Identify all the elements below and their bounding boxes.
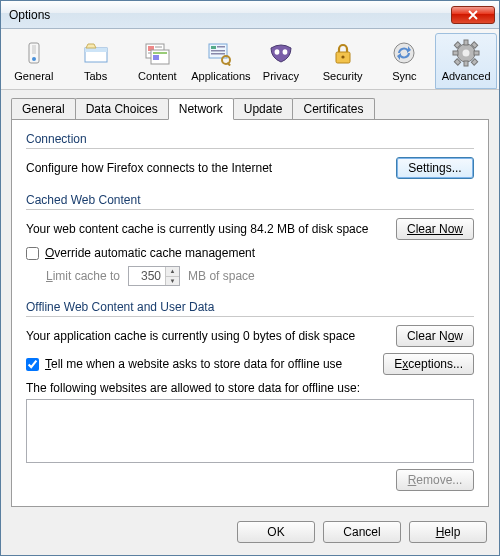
- tab-update[interactable]: Update: [233, 98, 294, 119]
- mask-icon: [265, 38, 297, 68]
- spin-up-icon[interactable]: ▲: [166, 267, 179, 277]
- content-area: General Data Choices Network Update Cert…: [1, 90, 499, 511]
- toolbar-general[interactable]: General: [3, 33, 65, 89]
- close-button[interactable]: [451, 6, 495, 24]
- spin-down-icon[interactable]: ▼: [166, 277, 179, 286]
- toolbar-label: Sync: [377, 70, 433, 82]
- override-checkbox[interactable]: Override automatic cache management: [26, 246, 255, 260]
- limit-spinner[interactable]: ▲ ▼: [128, 266, 180, 286]
- connection-title: Connection: [26, 132, 474, 149]
- exceptions-button[interactable]: Exceptions...: [383, 353, 474, 375]
- settings-button[interactable]: Settings...: [396, 157, 474, 179]
- toolbar-label: General: [6, 70, 62, 82]
- svg-point-19: [274, 49, 279, 55]
- limit-input[interactable]: [129, 267, 165, 285]
- toolbar-label: Advanced: [438, 70, 494, 82]
- svg-rect-4: [85, 48, 107, 52]
- toolbar-sync[interactable]: Sync: [374, 33, 436, 89]
- sub-tabstrip: General Data Choices Network Update Cert…: [11, 98, 489, 119]
- allowed-sites-listbox[interactable]: [26, 399, 474, 463]
- toolbar-label: Security: [315, 70, 371, 82]
- category-toolbar: General Tabs Content Applications Privac…: [1, 29, 499, 90]
- cached-section: Cached Web Content Your web content cach…: [26, 193, 474, 286]
- toolbar-label: Privacy: [253, 70, 309, 82]
- limit-row: Limit cache to ▲ ▼ MB of space: [46, 266, 474, 286]
- toolbar-label: Applications: [191, 70, 247, 82]
- tab-general[interactable]: General: [11, 98, 76, 119]
- svg-point-2: [32, 57, 36, 61]
- tab-data-choices[interactable]: Data Choices: [75, 98, 169, 119]
- svg-point-23: [394, 43, 414, 63]
- svg-rect-29: [474, 51, 479, 55]
- cached-title: Cached Web Content: [26, 193, 474, 210]
- offline-section: Offline Web Content and User Data Your a…: [26, 300, 474, 491]
- tellme-label: Tell me when a website asks to store dat…: [45, 357, 342, 371]
- limit-label: Limit cache to: [46, 269, 120, 283]
- svg-rect-10: [153, 52, 167, 54]
- options-window: Options General Tabs Content: [0, 0, 500, 556]
- svg-rect-28: [453, 51, 458, 55]
- override-label: Override automatic cache management: [45, 246, 255, 260]
- sync-icon: [388, 38, 420, 68]
- gear-icon: [450, 38, 482, 68]
- tab-network[interactable]: Network: [168, 98, 234, 120]
- svg-rect-13: [211, 46, 216, 49]
- svg-rect-27: [464, 61, 468, 66]
- toolbar-privacy[interactable]: Privacy: [250, 33, 312, 89]
- cached-status: Your web content cache is currently usin…: [26, 222, 388, 236]
- window-title: Options: [9, 8, 451, 22]
- remove-button[interactable]: Remove...: [396, 469, 474, 491]
- allowed-desc: The following websites are allowed to st…: [26, 381, 474, 395]
- offline-status: Your application cache is currently usin…: [26, 329, 388, 343]
- network-panel: Connection Configure how Firefox connect…: [11, 119, 489, 507]
- clear-offline-button[interactable]: Clear Now: [396, 325, 474, 347]
- svg-rect-7: [155, 46, 162, 48]
- svg-rect-26: [464, 40, 468, 45]
- svg-rect-16: [211, 53, 225, 55]
- cancel-button[interactable]: Cancel: [323, 521, 401, 543]
- svg-rect-11: [153, 55, 159, 60]
- connection-desc: Configure how Firefox connects to the In…: [26, 161, 388, 175]
- tab-certificates[interactable]: Certificates: [292, 98, 374, 119]
- clear-cache-button[interactable]: Clear Now: [396, 218, 474, 240]
- limit-suffix: MB of space: [188, 269, 255, 283]
- tellme-checkbox[interactable]: Tell me when a website asks to store dat…: [26, 357, 375, 371]
- applications-icon: [203, 38, 235, 68]
- help-button[interactable]: Help: [409, 521, 487, 543]
- override-checkbox-input[interactable]: [26, 247, 39, 260]
- titlebar: Options: [1, 1, 499, 29]
- toolbar-advanced[interactable]: Advanced: [435, 33, 497, 89]
- toolbar-applications[interactable]: Applications: [188, 33, 250, 89]
- toolbar-content[interactable]: Content: [127, 33, 189, 89]
- offline-title: Offline Web Content and User Data: [26, 300, 474, 317]
- close-icon: [468, 10, 478, 20]
- toolbar-label: Content: [130, 70, 186, 82]
- svg-rect-14: [217, 46, 225, 48]
- svg-rect-1: [32, 45, 36, 54]
- svg-point-20: [282, 49, 287, 55]
- svg-point-25: [463, 50, 470, 57]
- ok-button[interactable]: OK: [237, 521, 315, 543]
- toolbar-tabs[interactable]: Tabs: [65, 33, 127, 89]
- content-icon: [141, 38, 173, 68]
- lock-icon: [327, 38, 359, 68]
- connection-section: Connection Configure how Firefox connect…: [26, 132, 474, 179]
- toolbar-security[interactable]: Security: [312, 33, 374, 89]
- svg-point-22: [341, 55, 344, 58]
- tellme-checkbox-input[interactable]: [26, 358, 39, 371]
- tabs-icon: [80, 38, 112, 68]
- toolbar-label: Tabs: [68, 70, 124, 82]
- switch-icon: [18, 38, 50, 68]
- dialog-button-row: OK Cancel Help: [1, 511, 499, 555]
- svg-rect-15: [211, 50, 225, 52]
